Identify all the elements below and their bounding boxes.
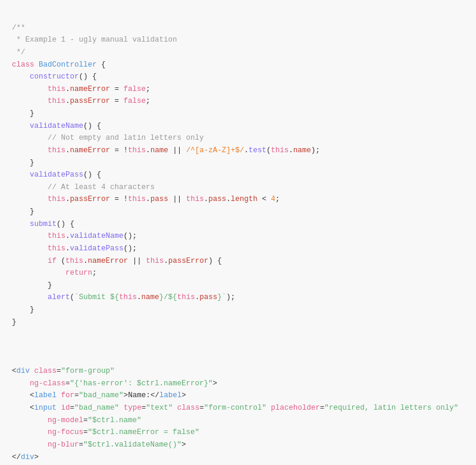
code-container: /** * Example 1 - ugly manual validation…	[0, 0, 476, 465]
code-block: /** * Example 1 - ugly manual validation…	[12, 10, 464, 465]
